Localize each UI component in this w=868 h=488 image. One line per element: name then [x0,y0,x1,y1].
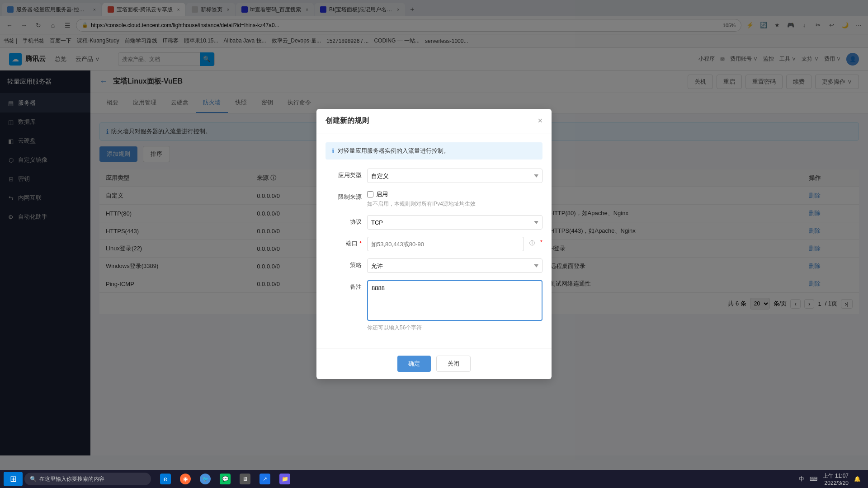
form-row-policy: 策略 允许 拒绝 ▼ [326,258,542,273]
taskbar-right: 中 ⌨ 上午 11:07 2022/3/20 🔔 [799,472,864,486]
remark-label: 备注 [326,280,362,291]
app7-icon: 📁 [279,474,290,484]
taskbar-date-display: 2022/3/20 [823,480,849,486]
modal-info-bar: ℹ 对轻量应用服务器实例的入流量进行控制。 [326,142,542,160]
taskbar-app-4[interactable]: 💬 [216,470,234,488]
policy-label: 策略 [326,258,362,269]
taskbar-app-2[interactable]: ◉ [176,470,194,488]
port-input[interactable] [367,237,524,251]
protocol-select[interactable]: TCP UDP ICMP ALL [367,215,542,230]
taskbar-datetime: 上午 11:07 2022/3/20 [823,472,849,486]
start-button[interactable]: ⊞ [4,472,23,486]
protocol-field: TCP UDP ICMP ALL ▼ [367,215,542,230]
source-label: 限制来源 [326,190,362,201]
app-type-field: 自定义 HTTP(80) HTTPS(443) Linux登录(22) Wind… [367,169,542,183]
app2-icon: ◉ [180,474,191,484]
modal-footer: 确定 关闭 [316,348,552,379]
taskbar-search-bar[interactable]: 🔍 在这里输入你要搜索的内容 [24,473,151,485]
app3-icon: 🐦 [200,474,211,484]
taskbar-lang: 中 [799,475,804,483]
taskbar-notification-icon[interactable]: 🔔 [854,476,861,482]
taskbar-app-7[interactable]: 📁 [276,470,294,488]
policy-select[interactable]: 允许 拒绝 [367,258,542,273]
protocol-label: 协议 [326,215,362,226]
taskbar-app-3[interactable]: 🐦 [196,470,214,488]
app-type-label: 应用类型 [326,169,362,179]
taskbar-search-placeholder: 在这里输入你要搜索的内容 [39,475,104,483]
port-label: 端口 [326,237,362,248]
form-row-source: 限制来源 启用 如不启用，本规则则对所有IPv4源地址均生效 [326,190,542,208]
remark-textarea[interactable]: 8888 [367,280,542,321]
modal-close-button[interactable]: × [538,116,542,126]
modal-header: 创建新的规则 × [316,109,552,133]
modal-title: 创建新的规则 [326,116,369,126]
remark-hint: 你还可以输入56个字符 [367,324,542,332]
edge-icon: e [160,474,171,484]
modal-overlay[interactable]: 创建新的规则 × ℹ 对轻量应用服务器实例的入流量进行控制。 应用类型 自定义 … [0,0,868,488]
remark-field: 8888 你还可以输入56个字符 [367,280,542,332]
app-type-select[interactable]: 自定义 HTTP(80) HTTPS(443) Linux登录(22) Wind… [367,169,542,183]
taskbar-time-display: 上午 11:07 [823,472,849,480]
form-row-protocol: 协议 TCP UDP ICMP ALL ▼ [326,215,542,230]
policy-field: 允许 拒绝 ▼ [367,258,542,273]
form-row-remark: 备注 8888 你还可以输入56个字符 [326,280,542,332]
taskbar-app-5[interactable]: 🖥 [236,470,254,488]
app4-icon: 💬 [220,474,231,484]
app6-icon: ↗ [259,474,270,484]
source-checkbox[interactable] [367,191,373,197]
source-field: 启用 如不启用，本规则则对所有IPv4源地址均生效 [367,190,542,208]
taskbar-apps: e ◉ 🐦 💬 🖥 ↗ 📁 [156,470,294,488]
port-required-star: * [540,237,542,246]
cancel-button[interactable]: 关闭 [436,356,471,372]
app5-icon: 🖥 [240,474,250,484]
port-info-icon: ⓘ [529,237,535,247]
source-checkbox-label[interactable]: 启用 [376,190,388,198]
form-row-port: 端口 ⓘ * [326,237,542,251]
modal-info-icon: ℹ [332,147,334,155]
taskbar-search-icon: 🔍 [30,476,37,482]
taskbar-app-edge[interactable]: e [156,470,175,488]
modal-dialog: 创建新的规则 × ℹ 对轻量应用服务器实例的入流量进行控制。 应用类型 自定义 … [316,109,552,379]
taskbar-keyboard-icon: ⌨ [810,476,817,482]
port-field [367,237,524,251]
taskbar: ⊞ 🔍 在这里输入你要搜索的内容 e ◉ 🐦 💬 🖥 ↗ 📁 中 ⌨ 上午 11… [0,470,868,488]
form-row-app-type: 应用类型 自定义 HTTP(80) HTTPS(443) Linux登录(22)… [326,169,542,183]
modal-body: ℹ 对轻量应用服务器实例的入流量进行控制。 应用类型 自定义 HTTP(80) … [316,133,552,348]
source-hint: 如不启用，本规则则对所有IPv4源地址均生效 [367,200,542,208]
confirm-button[interactable]: 确定 [397,356,431,372]
taskbar-app-6[interactable]: ↗ [256,470,274,488]
modal-info-text: 对轻量应用服务器实例的入流量进行控制。 [338,147,449,155]
